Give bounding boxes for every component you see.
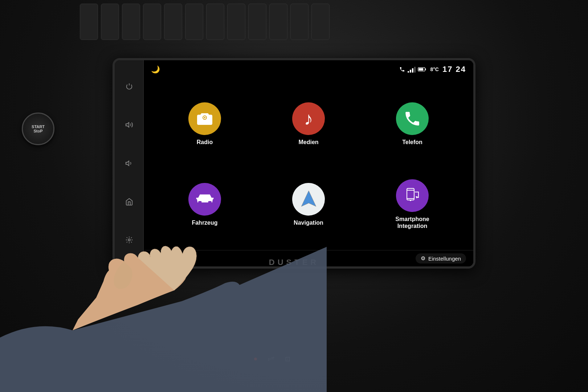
nav-arrow-icon [299, 189, 319, 209]
svg-marker-1 [126, 161, 128, 166]
phone-signal-icon [399, 66, 405, 72]
radio-icon [188, 102, 221, 135]
svg-marker-0 [126, 123, 128, 127]
start-label: START [32, 124, 45, 129]
moon-icon: 🌙 [151, 65, 160, 74]
clock: 17 24 [442, 65, 466, 74]
settings-label: Einstellungen [428, 256, 461, 262]
volume-down-button[interactable] [122, 156, 136, 171]
settings-gear-icon: ⚙ [421, 255, 425, 262]
vent-11 [290, 4, 309, 40]
phone-icon [403, 110, 421, 128]
medien-icon: ♪ [292, 102, 325, 135]
app-grid: Radio ♪ Medien Telefon [144, 78, 473, 250]
vent-8 [227, 4, 245, 40]
p-off-button[interactable]: Poff [268, 356, 274, 362]
smartphone-label: Smartphone Integration [395, 216, 429, 229]
status-icons [399, 66, 426, 73]
top-vents [73, 0, 515, 44]
car-icon [195, 191, 215, 207]
side-strip [115, 60, 144, 266]
navigation-label: Navigation [294, 219, 323, 226]
home-button[interactable] [122, 195, 136, 209]
telefon-label: Telefon [402, 139, 422, 146]
svg-rect-4 [425, 69, 426, 70]
vent-6 [185, 4, 203, 40]
fahrzeug-label: Fahrzeug [192, 219, 217, 226]
smartphone-integration-icon [403, 187, 421, 205]
settings-button[interactable]: ⚙ Einstellungen [416, 253, 466, 264]
start-stop-button[interactable]: START StoP [22, 113, 54, 145]
red-indicator [254, 358, 257, 360]
camera-icon [196, 110, 214, 128]
svg-point-15 [410, 200, 411, 201]
rear-camera-button[interactable]: ⊡ [285, 355, 290, 363]
svg-point-8 [204, 117, 205, 118]
smartphone-icon [396, 179, 429, 212]
medien-label: Medien [298, 139, 318, 146]
app-radio[interactable]: Radio [155, 86, 255, 163]
svg-marker-11 [301, 191, 316, 207]
vent-10 [269, 4, 287, 40]
duster-label: DUSTER [269, 258, 319, 267]
telefon-icon [396, 102, 429, 135]
stop-label: StoP [33, 129, 42, 133]
bottom-physical-controls: Poff ⊡ [254, 355, 290, 363]
vent-4 [143, 4, 161, 40]
vent-2 [101, 4, 119, 40]
navigation-icon [292, 183, 325, 216]
vent-5 [164, 4, 182, 40]
app-telefon[interactable]: Telefon [362, 86, 462, 163]
app-fahrzeug[interactable]: Fahrzeug [155, 166, 255, 243]
vent-9 [248, 4, 266, 40]
app-medien[interactable]: ♪ Medien [258, 86, 359, 163]
infotainment-unit: 🌙 [113, 58, 475, 269]
vent-1 [80, 4, 98, 40]
temperature: 8°C [430, 66, 439, 72]
svg-point-2 [128, 239, 130, 241]
vent-12 [311, 4, 330, 40]
status-bar: 🌙 [144, 60, 473, 78]
app-navigation[interactable]: Navigation [258, 166, 359, 243]
vent-3 [122, 4, 140, 40]
svg-rect-5 [419, 68, 424, 70]
volume-up-button[interactable] [122, 118, 136, 132]
svg-rect-9 [198, 201, 201, 203]
music-note-icon: ♪ [304, 102, 313, 135]
svg-rect-10 [208, 201, 211, 203]
status-right: 8°C 17 24 [399, 65, 466, 74]
app-smartphone[interactable]: Smartphone Integration [362, 166, 462, 243]
settings-side-button[interactable] [122, 233, 136, 247]
vent-7 [206, 4, 224, 40]
battery-icon [418, 66, 426, 72]
power-button[interactable] [122, 79, 136, 94]
fahrzeug-icon [188, 183, 221, 216]
signal-bars [408, 66, 416, 73]
screen: 🌙 [144, 60, 473, 266]
radio-label: Radio [197, 139, 213, 146]
